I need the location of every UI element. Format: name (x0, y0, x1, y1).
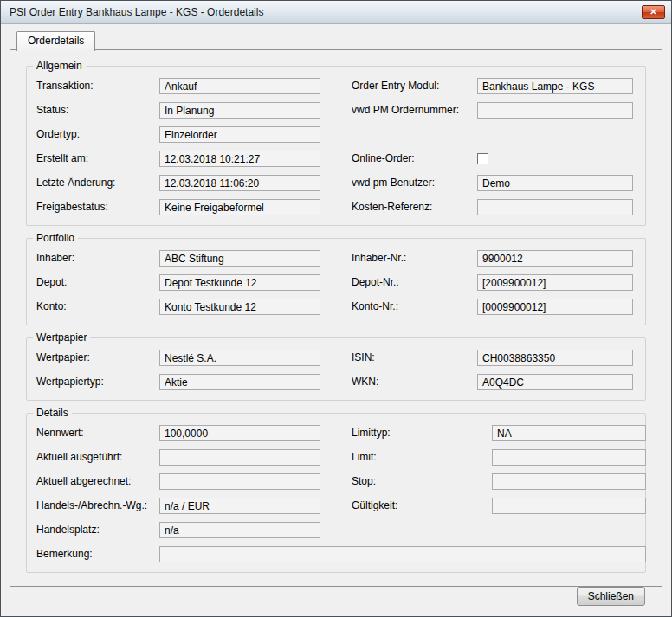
group-wertpapier-title: Wertpapier (33, 331, 90, 344)
transaktion-label: Transaktion: (36, 80, 159, 92)
kosten-referenz-label: Kosten-Referenz: (352, 201, 477, 213)
close-button[interactable]: ✕ (642, 5, 665, 19)
client-area: Orderdetails Allgemein Transaktion: Anka… (1, 24, 671, 617)
window-title: PSI Order Entry Bankhaus Lampe - KGS - O… (10, 6, 263, 18)
erstellt-am-field[interactable]: 12.03.2018 10:21:27 (159, 151, 320, 167)
konto-label: Konto: (36, 300, 159, 312)
vwd-pm-benutzer-label: vwd pm Benutzer: (352, 177, 477, 189)
ordertyp-label: Ordertyp: (36, 128, 159, 140)
isin-field[interactable]: CH0038863350 (477, 350, 633, 366)
group-allgemein: Allgemein Transaktion: Ankauf Order Entr… (26, 60, 646, 226)
konto-field[interactable]: Konto Testkunde 12 (159, 299, 320, 315)
aktuell-ausgefuehrt-field[interactable] (159, 449, 320, 466)
transaktion-field[interactable]: Ankauf (159, 78, 320, 94)
gueltigkeit-field[interactable] (492, 498, 646, 514)
nennwert-label: Nennwert: (36, 427, 159, 439)
depot-label: Depot: (36, 276, 159, 288)
erstellt-am-label: Erstellt am: (36, 152, 159, 164)
close-icon: ✕ (649, 7, 656, 16)
letzte-aenderung-field[interactable]: 12.03.2018 11:06:20 (159, 175, 320, 191)
group-portfolio-grid: Inhaber: ABC Stiftung Inhaber-Nr.: 99000… (36, 246, 638, 318)
nennwert-field[interactable]: 100,0000 (159, 425, 320, 441)
group-details-grid: Nennwert: 100,0000 Limittyp: NA Aktuell … (36, 421, 638, 566)
limit-label: Limit: (352, 451, 492, 463)
stop-field[interactable] (492, 473, 646, 490)
titlebar: PSI Order Entry Bankhaus Lampe - KGS - O… (1, 1, 671, 24)
stop-label: Stop: (352, 475, 492, 487)
wkn-field[interactable]: A0Q4DC (477, 374, 633, 390)
group-allgemein-title: Allgemein (33, 60, 86, 72)
aktuell-abgerechnet-label: Aktuell abgerechnet: (36, 475, 159, 487)
wertpapier-field[interactable]: Nestlé S.A. (159, 350, 320, 366)
aktuell-ausgefuehrt-label: Aktuell ausgeführt: (36, 451, 159, 463)
depot-nr-field[interactable]: [2009900012] (477, 274, 633, 291)
footer: Schließen (10, 587, 662, 617)
vwd-pm-ordernummer-field[interactable] (477, 102, 633, 119)
depot-field[interactable]: Depot Testkunde 12 (159, 274, 320, 291)
wertpapiertyp-label: Wertpapiertyp: (36, 376, 159, 388)
online-order-label: Online-Order: (352, 152, 477, 164)
inhaber-nr-label: Inhaber-Nr.: (352, 252, 477, 264)
tab-orderdetails[interactable]: Orderdetails (16, 31, 95, 51)
vwd-pm-benutzer-field[interactable]: Demo (477, 175, 633, 191)
limittyp-field[interactable]: NA (492, 425, 646, 441)
status-label: Status: (36, 104, 159, 116)
wertpapiertyp-field[interactable]: Aktie (159, 374, 320, 390)
vwd-pm-ordernummer-label: vwd PM Ordernummer: (352, 104, 477, 116)
tab-strip: Orderdetails (10, 30, 662, 49)
inhaber-field[interactable]: ABC Stiftung (159, 250, 320, 267)
dialog-window: PSI Order Entry Bankhaus Lampe - KGS - O… (0, 0, 672, 617)
online-order-cell (477, 152, 633, 164)
konto-nr-label: Konto-Nr.: (352, 300, 477, 312)
inhaber-nr-field[interactable]: 9900012 (477, 250, 633, 267)
bemerkung-field[interactable] (159, 546, 646, 562)
aktuell-abgerechnet-field[interactable] (159, 473, 320, 490)
isin-label: ISIN: (352, 351, 477, 363)
group-portfolio-title: Portfolio (33, 232, 78, 244)
group-allgemein-grid: Transaktion: Ankauf Order Entry Modul: B… (36, 74, 638, 219)
handels-wg-label: Handels-/Abrechn.-Wg.: (36, 499, 159, 511)
handels-wg-field[interactable]: n/a / EUR (159, 498, 320, 514)
kosten-referenz-field[interactable] (477, 199, 633, 215)
group-details-title: Details (33, 407, 72, 419)
handelsplatz-field[interactable]: n/a (159, 522, 320, 538)
order-entry-modul-label: Order Entry Modul: (352, 80, 477, 92)
wertpapier-label: Wertpapier: (36, 351, 159, 363)
wkn-label: WKN: (352, 376, 477, 388)
ordertyp-field[interactable]: Einzelorder (159, 126, 320, 143)
online-order-checkbox[interactable] (477, 153, 488, 164)
group-details: Details Nennwert: 100,0000 Limittyp: NA … (26, 407, 646, 573)
tab-panel-orderdetails: Allgemein Transaktion: Ankauf Order Entr… (10, 49, 662, 587)
limittyp-label: Limittyp: (352, 427, 492, 439)
konto-nr-field[interactable]: [0009900012] (477, 299, 633, 315)
group-wertpapier: Wertpapier Wertpapier: Nestlé S.A. ISIN:… (26, 331, 646, 401)
limit-field[interactable] (492, 449, 646, 466)
depot-nr-label: Depot-Nr.: (352, 276, 477, 288)
inhaber-label: Inhaber: (36, 252, 159, 264)
freigabestatus-field[interactable]: Keine Freigabeformel (159, 199, 320, 215)
schliessen-button[interactable]: Schließen (577, 587, 645, 606)
group-wertpapier-grid: Wertpapier: Nestlé S.A. ISIN: CH00388633… (36, 345, 638, 394)
group-portfolio: Portfolio Inhaber: ABC Stiftung Inhaber-… (26, 232, 646, 325)
bemerkung-label: Bemerkung: (36, 548, 159, 560)
freigabestatus-label: Freigabestatus: (36, 201, 159, 213)
gueltigkeit-label: Gültigkeit: (352, 499, 492, 511)
status-field[interactable]: In Planung (159, 102, 320, 119)
order-entry-modul-field[interactable]: Bankhaus Lampe - KGS (477, 78, 633, 94)
letzte-aenderung-label: Letzte Änderung: (36, 177, 159, 189)
handelsplatz-label: Handelsplatz: (36, 524, 159, 536)
